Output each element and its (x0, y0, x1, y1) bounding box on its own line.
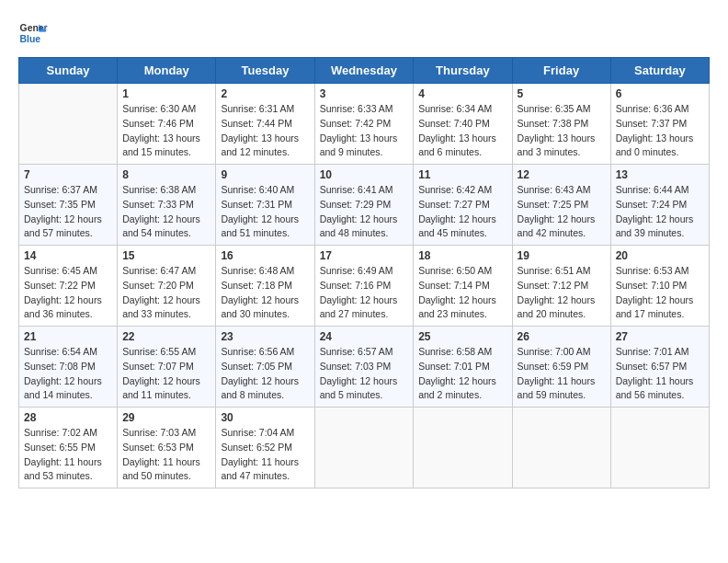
sunrise: Sunrise: 6:48 AM (221, 264, 309, 279)
sunrise: Sunrise: 6:30 AM (122, 102, 210, 117)
sunset: Sunset: 7:27 PM (418, 198, 506, 213)
cell-content: Sunrise: 6:57 AM Sunset: 7:03 PM Dayligh… (320, 345, 409, 403)
cell-content: Sunrise: 6:45 AM Sunset: 7:22 PM Dayligh… (24, 264, 112, 322)
daylight: Daylight: 13 hours and 9 minutes. (320, 132, 409, 161)
day-number: 14 (24, 249, 112, 262)
sunset: Sunset: 7:33 PM (122, 198, 210, 213)
sunset: Sunset: 7:29 PM (320, 198, 409, 213)
calendar-cell: 8 Sunrise: 6:38 AM Sunset: 7:33 PM Dayli… (118, 165, 216, 246)
day-number: 1 (122, 87, 210, 100)
day-number: 8 (122, 168, 210, 181)
sunrise: Sunrise: 6:49 AM (320, 264, 409, 279)
daylight: Daylight: 12 hours and 36 minutes. (24, 293, 112, 323)
sunset: Sunset: 7:16 PM (320, 279, 409, 293)
calendar-cell: 17 Sunrise: 6:49 AM Sunset: 7:16 PM Dayl… (314, 246, 414, 327)
day-header-saturday: Saturday (610, 58, 709, 84)
day-number: 2 (221, 87, 309, 100)
cell-content: Sunrise: 7:02 AM Sunset: 6:55 PM Dayligh… (24, 426, 112, 484)
daylight: Daylight: 11 hours and 53 minutes. (24, 455, 112, 485)
calendar-cell: 2 Sunrise: 6:31 AM Sunset: 7:44 PM Dayli… (216, 84, 314, 165)
calendar-cell: 20 Sunrise: 6:53 AM Sunset: 7:10 PM Dayl… (610, 246, 709, 327)
daylight: Daylight: 12 hours and 20 minutes. (518, 293, 606, 323)
cell-content: Sunrise: 6:35 AM Sunset: 7:38 PM Dayligh… (518, 102, 606, 160)
sunrise: Sunrise: 6:55 AM (122, 345, 210, 360)
day-header-tuesday: Tuesday (216, 58, 314, 84)
sunrise: Sunrise: 6:45 AM (24, 264, 112, 279)
calendar-cell: 21 Sunrise: 6:54 AM Sunset: 7:08 PM Dayl… (19, 327, 118, 408)
cell-content: Sunrise: 6:54 AM Sunset: 7:08 PM Dayligh… (24, 345, 112, 403)
day-number: 11 (418, 168, 506, 181)
day-number: 25 (418, 330, 506, 343)
calendar-cell: 1 Sunrise: 6:30 AM Sunset: 7:46 PM Dayli… (118, 84, 216, 165)
sunrise: Sunrise: 6:54 AM (24, 345, 112, 360)
sunrise: Sunrise: 6:40 AM (221, 183, 309, 198)
sunset: Sunset: 7:10 PM (616, 279, 704, 293)
calendar-cell: 3 Sunrise: 6:33 AM Sunset: 7:42 PM Dayli… (314, 84, 414, 165)
sunrise: Sunrise: 6:41 AM (320, 183, 409, 198)
calendar-cell: 12 Sunrise: 6:43 AM Sunset: 7:25 PM Dayl… (512, 165, 610, 246)
calendar-cell (610, 408, 709, 488)
daylight: Daylight: 12 hours and 33 minutes. (122, 293, 210, 323)
daylight: Daylight: 12 hours and 8 minutes. (221, 374, 309, 404)
sunset: Sunset: 7:07 PM (122, 360, 210, 374)
calendar-cell: 22 Sunrise: 6:55 AM Sunset: 7:07 PM Dayl… (118, 327, 216, 408)
sunset: Sunset: 7:46 PM (122, 117, 210, 132)
cell-content: Sunrise: 7:04 AM Sunset: 6:52 PM Dayligh… (221, 426, 309, 484)
calendar-cell: 13 Sunrise: 6:44 AM Sunset: 7:24 PM Dayl… (610, 165, 709, 246)
calendar-cell (512, 408, 610, 488)
daylight: Daylight: 13 hours and 0 minutes. (616, 132, 704, 161)
cell-content: Sunrise: 6:41 AM Sunset: 7:29 PM Dayligh… (320, 183, 409, 241)
cell-content: Sunrise: 6:30 AM Sunset: 7:46 PM Dayligh… (122, 102, 210, 160)
daylight: Daylight: 11 hours and 50 minutes. (122, 455, 210, 485)
cell-content: Sunrise: 6:49 AM Sunset: 7:16 PM Dayligh… (320, 264, 409, 322)
sunset: Sunset: 7:01 PM (418, 360, 506, 374)
calendar-cell: 18 Sunrise: 6:50 AM Sunset: 7:14 PM Dayl… (414, 246, 512, 327)
daylight: Daylight: 11 hours and 56 minutes. (616, 374, 704, 404)
cell-content: Sunrise: 6:40 AM Sunset: 7:31 PM Dayligh… (221, 183, 309, 241)
sunrise: Sunrise: 6:31 AM (221, 102, 309, 117)
day-number: 28 (24, 411, 112, 424)
daylight: Daylight: 11 hours and 47 minutes. (221, 455, 309, 485)
cell-content: Sunrise: 6:37 AM Sunset: 7:35 PM Dayligh… (24, 183, 112, 241)
sunset: Sunset: 6:53 PM (122, 441, 210, 455)
cell-content: Sunrise: 6:36 AM Sunset: 7:37 PM Dayligh… (616, 102, 704, 160)
cell-content: Sunrise: 6:50 AM Sunset: 7:14 PM Dayligh… (418, 264, 506, 322)
day-number: 10 (320, 168, 409, 181)
sunset: Sunset: 7:14 PM (418, 279, 506, 293)
daylight: Daylight: 12 hours and 54 minutes. (122, 213, 210, 242)
day-header-friday: Friday (512, 58, 610, 84)
cell-content: Sunrise: 6:31 AM Sunset: 7:44 PM Dayligh… (221, 102, 309, 160)
day-header-sunday: Sunday (19, 58, 118, 84)
cell-content: Sunrise: 6:42 AM Sunset: 7:27 PM Dayligh… (418, 183, 506, 241)
calendar-cell: 27 Sunrise: 7:01 AM Sunset: 6:57 PM Dayl… (610, 327, 709, 408)
day-number: 30 (221, 411, 309, 424)
calendar-cell: 6 Sunrise: 6:36 AM Sunset: 7:37 PM Dayli… (610, 84, 709, 165)
day-number: 24 (320, 330, 409, 343)
logo-icon: General Blue (18, 18, 48, 48)
sunrise: Sunrise: 6:35 AM (518, 102, 606, 117)
sunrise: Sunrise: 7:00 AM (518, 345, 606, 360)
sunset: Sunset: 7:08 PM (24, 360, 112, 374)
calendar-cell: 11 Sunrise: 6:42 AM Sunset: 7:27 PM Dayl… (414, 165, 512, 246)
day-number: 16 (221, 249, 309, 262)
cell-content: Sunrise: 6:55 AM Sunset: 7:07 PM Dayligh… (122, 345, 210, 403)
cell-content: Sunrise: 6:34 AM Sunset: 7:40 PM Dayligh… (418, 102, 506, 160)
daylight: Daylight: 12 hours and 57 minutes. (24, 213, 112, 242)
calendar-cell (414, 408, 512, 488)
sunrise: Sunrise: 6:42 AM (418, 183, 506, 198)
calendar-cell (19, 84, 118, 165)
sunset: Sunset: 7:22 PM (24, 279, 112, 293)
sunrise: Sunrise: 6:43 AM (518, 183, 606, 198)
sunset: Sunset: 7:38 PM (518, 117, 606, 132)
daylight: Daylight: 13 hours and 3 minutes. (518, 132, 606, 161)
daylight: Daylight: 12 hours and 14 minutes. (24, 374, 112, 404)
daylight: Daylight: 11 hours and 59 minutes. (518, 374, 606, 404)
daylight: Daylight: 12 hours and 2 minutes. (418, 374, 506, 404)
cell-content: Sunrise: 6:51 AM Sunset: 7:12 PM Dayligh… (518, 264, 606, 322)
calendar-cell: 23 Sunrise: 6:56 AM Sunset: 7:05 PM Dayl… (216, 327, 314, 408)
day-number: 20 (616, 249, 704, 262)
sunrise: Sunrise: 6:56 AM (221, 345, 309, 360)
sunrise: Sunrise: 6:38 AM (122, 183, 210, 198)
calendar-cell: 28 Sunrise: 7:02 AM Sunset: 6:55 PM Dayl… (19, 408, 118, 488)
sunrise: Sunrise: 7:03 AM (122, 426, 210, 441)
